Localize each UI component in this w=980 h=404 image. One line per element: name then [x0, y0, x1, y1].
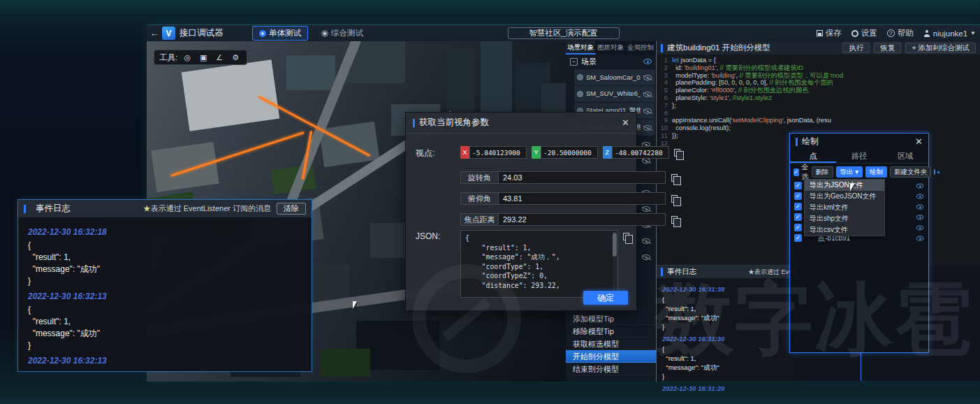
restore-button[interactable]: 恢复 [874, 43, 901, 53]
tab-suite-test[interactable]: 综合测试 [315, 27, 370, 40]
tab-region[interactable]: 区域 [882, 150, 928, 163]
confirm-button[interactable]: 确定 [583, 291, 628, 305]
axis-value-input[interactable] [541, 146, 598, 159]
export-menu-item[interactable]: 导出shp文件 [805, 213, 884, 224]
scene-tree-root[interactable]: − 场景 [566, 55, 656, 68]
tab-point[interactable]: 点 [790, 150, 836, 163]
draw-list: ✓−✓✓✓✓✓点-b1cb91导出为JSON文件导出为GeoJSON文件导出km… [790, 180, 928, 243]
gear-icon[interactable]: ⚙ [229, 52, 242, 63]
box-select-icon[interactable]: ▣ [197, 52, 210, 63]
back-icon[interactable]: ← [147, 28, 162, 38]
model-action-button[interactable]: 结束剖分模型 [566, 363, 657, 375]
tab-layer-objects[interactable]: 图层对象 [596, 41, 626, 55]
close-icon[interactable]: ✕ [622, 117, 629, 128]
code-editor-header: 建筑building01 开始剖分模型 执行 恢复 + 添加到综合测试 [657, 41, 980, 55]
event-log-hint: ★表示通过 Eve [748, 268, 792, 277]
close-icon[interactable]: ✕ [915, 136, 923, 147]
app-title: 接口调试器 [180, 27, 252, 39]
draw-button[interactable]: 绘制 [865, 166, 887, 178]
collapse-icon[interactable]: − [570, 58, 578, 66]
eye-icon[interactable] [643, 92, 652, 97]
model-action-button[interactable]: 获取框选模型 [566, 338, 657, 350]
export-menu-item[interactable]: 导出为GeoJSON文件 [805, 191, 884, 202]
model-action-button[interactable]: 开始剖分模型 [566, 350, 657, 363]
scene-tree-item[interactable]: SM_SUV_White6_聚焦 [574, 86, 654, 102]
scene-panel-tabs: 场景对象 图层对象 全局控制 [566, 41, 656, 55]
axis-value-input[interactable] [612, 146, 669, 159]
export-menu-item[interactable]: 导出csv文件 [805, 224, 884, 236]
log-timestamp: 2022-12-30 16:31:38 [662, 285, 791, 293]
field-value-input[interactable] [498, 213, 666, 226]
scene-tree-item[interactable]: SM_SaloomCar_03_... [574, 69, 654, 85]
eye-icon[interactable] [916, 225, 923, 230]
model-action-button[interactable]: 移除模型Tip [566, 325, 657, 338]
eye-icon[interactable] [643, 125, 652, 131]
run-button[interactable]: 执行 [842, 43, 870, 53]
select-icon[interactable]: ◎ [181, 52, 193, 63]
code-line: 9appInstance.uniCall('setModelClipping',… [657, 117, 980, 124]
app-logo-icon: V [162, 27, 175, 40]
row-checkbox[interactable]: ✓ [794, 234, 802, 242]
event-log-body[interactable]: 2022-12-30 16:31:38{ "result": 1, "messa… [657, 278, 796, 398]
eye-icon[interactable] [642, 238, 650, 244]
eye-icon[interactable] [643, 59, 652, 64]
code-text: }; [672, 102, 676, 110]
scrollbar[interactable] [613, 231, 617, 298]
settings-button[interactable]: 设置 [851, 28, 877, 38]
select-all-checkbox[interactable]: ✓ [793, 168, 799, 176]
new-folder-button[interactable]: 新建文件夹 [890, 166, 932, 178]
copy-icon[interactable] [623, 233, 629, 240]
copy-icon[interactable] [671, 174, 678, 182]
log-timestamp: 2022-12-30 16:32:13 [28, 356, 302, 366]
scene-config-title[interactable]: 智慧社区_演示配置 [508, 27, 620, 39]
copy-icon[interactable] [671, 216, 678, 224]
model-action-button[interactable]: 添加模型Tip [566, 312, 657, 325]
row-checkbox[interactable]: ✓ [794, 213, 802, 221]
event-log-body[interactable]: 2022-12-30 16:32:18{ "result": 1, "messa… [18, 217, 312, 374]
help-icon: ? [887, 29, 895, 37]
measure-icon[interactable]: ∠ [213, 52, 226, 63]
help-button[interactable]: ? 帮助 [887, 28, 914, 38]
eye-icon[interactable] [643, 75, 652, 80]
eye-icon[interactable] [643, 108, 652, 114]
axis-field-z: Z [603, 146, 669, 159]
code-line: 5 planeColor: '#ff0000', // 剖分包围盒边线的颜色 [657, 87, 980, 94]
copy-icon[interactable] [674, 149, 680, 157]
eye-icon[interactable] [916, 236, 923, 240]
export-menu-item[interactable]: 导出kml文件 [805, 202, 884, 213]
axis-value-input[interactable] [469, 146, 527, 159]
row-checkbox[interactable]: ✓ [794, 182, 802, 189]
field-value-input[interactable] [498, 192, 666, 205]
add-to-suite-button[interactable]: + 添加到综合测试 [905, 43, 976, 53]
scrollbar-thumb[interactable] [613, 233, 617, 257]
eye-icon[interactable] [916, 204, 923, 209]
titlebar: ← V 接口调试器 单体测试 综合测试 智慧社区_演示配置 保存 设置 [147, 25, 980, 41]
user-menu[interactable]: niujunke1 ▼ [923, 29, 976, 38]
field-value-input[interactable] [498, 171, 666, 184]
mouse-cursor [353, 301, 357, 309]
export-button[interactable]: 导出 ▾ [836, 166, 863, 178]
viewpoint-fields: XYZ [460, 146, 680, 159]
eye-icon[interactable] [916, 183, 923, 188]
row-checkbox[interactable]: ✓ [794, 192, 802, 200]
clear-log-button[interactable]: 清除 [277, 203, 306, 215]
save-button[interactable]: 保存 [817, 28, 842, 38]
tab-global-control[interactable]: 全局控制 [626, 41, 656, 55]
row-checkbox[interactable]: ✓ [794, 224, 802, 231]
field-label: 旋转角 [460, 171, 498, 184]
row-checkbox[interactable]: ✓ [794, 203, 802, 210]
eye-icon[interactable] [916, 194, 923, 199]
eye-icon[interactable] [916, 215, 923, 219]
tab-scene-objects[interactable]: 场景对象 [566, 41, 596, 55]
code-text: }); [672, 132, 678, 140]
tab-unit-test[interactable]: 单体测试 [252, 26, 308, 41]
gear-icon [851, 30, 858, 37]
eye-icon[interactable] [642, 206, 650, 212]
export-menu-item[interactable]: 导出为JSON文件 [805, 180, 884, 191]
copy-icon[interactable] [671, 195, 678, 203]
angle-field-row: 旋转角 [460, 171, 678, 184]
tab-path[interactable]: 路径 [836, 150, 882, 163]
json-output-box[interactable]: { "result": 1, "message": "成功，", "coordT… [460, 230, 618, 298]
delete-button[interactable]: 删除 [812, 166, 833, 178]
eye-icon[interactable] [642, 254, 650, 260]
